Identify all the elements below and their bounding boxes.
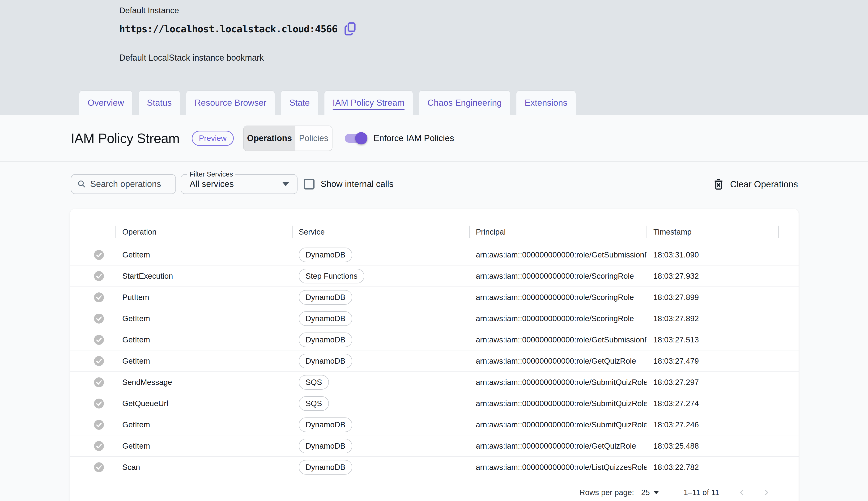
service-cell: DynamoDB [292,247,469,262]
column-checkbox-spacer [70,209,115,244]
tab-overview[interactable]: Overview [79,90,132,115]
instance-url: https://localhost.localstack.cloud:4566 [119,23,337,35]
service-chip: DynamoDB [299,290,352,305]
table-row: SendMessage SQS arn:aws:iam::00000000000… [70,372,798,393]
principal-cell: arn:aws:iam::000000000000:role/ScoringRo… [469,271,647,280]
service-chip: DynamoDB [299,247,352,262]
service-chip: DynamoDB [299,354,352,369]
timestamp-cell: 18:03:27.479 [647,356,778,365]
operation-cell: GetItem [115,356,292,365]
check-circle-icon [94,292,104,302]
service-filter-value: All services [190,179,234,189]
service-chip: SQS [299,375,329,390]
service-filter-label: Filter Services [187,170,236,178]
instance-name: Default Instance [119,6,868,15]
next-page-button[interactable] [762,488,772,498]
operation-cell: GetItem [115,420,292,429]
service-cell: Step Functions [292,269,469,284]
column-principal: Principal [469,209,647,244]
timestamp-cell: 18:03:27.892 [647,314,778,323]
iam-policy-stream-panel: IAM Policy Stream Preview Operations Pol… [0,115,868,501]
status-cell [70,398,115,409]
principal-cell: arn:aws:iam::000000000000:role/SubmitQui… [469,378,647,387]
tab-extensions[interactable]: Extensions [516,90,576,115]
tab-resource-browser[interactable]: Resource Browser [186,90,275,115]
show-internal-calls-checkbox[interactable] [304,179,314,190]
tab-iam-policy-stream[interactable]: IAM Policy Stream [324,90,413,115]
tab-state[interactable]: State [281,90,318,115]
clear-operations-button[interactable]: Clear Operations [713,176,798,193]
check-circle-icon [94,271,104,281]
operation-cell: GetItem [115,250,292,259]
timestamp-cell: 18:03:27.246 [647,420,778,429]
enforce-iam-policies-switch[interactable] [345,134,366,143]
status-cell [70,292,115,302]
service-chip: DynamoDB [299,417,352,432]
instance-description: Default LocalStack instance bookmark [119,53,868,63]
tab-chaos-engineering[interactable]: Chaos Engineering [419,90,510,115]
rows-per-page-value: 25 [641,488,650,497]
status-cell [70,313,115,324]
table-row: GetItem DynamoDB arn:aws:iam::0000000000… [70,414,798,435]
timestamp-cell: 18:03:25.488 [647,441,778,450]
check-circle-icon [94,377,104,387]
page-title-row: IAM Policy Stream Preview Operations Pol… [0,115,868,162]
copy-url-button[interactable] [344,22,357,36]
service-chip: DynamoDB [299,332,352,347]
previous-page-button[interactable] [737,488,747,498]
copy-icon [344,22,357,36]
service-chip: DynamoDB [299,439,352,453]
check-circle-icon [94,441,104,451]
check-circle-icon [94,398,104,409]
table-body: GetItem DynamoDB arn:aws:iam::0000000000… [70,244,798,478]
service-cell: DynamoDB [292,332,469,347]
operation-cell: GetItem [115,441,292,450]
principal-cell: arn:aws:iam::000000000000:role/ListQuizz… [469,463,647,472]
service-chip: Step Functions [299,269,364,284]
service-cell: SQS [292,396,469,411]
principal-cell: arn:aws:iam::000000000000:role/ScoringRo… [469,293,647,302]
service-cell: DynamoDB [292,460,469,475]
operation-cell: SendMessage [115,378,292,387]
tab-status[interactable]: Status [139,90,180,115]
check-circle-icon [94,313,104,324]
segment-operations[interactable]: Operations [244,126,295,151]
service-chip: DynamoDB [299,311,352,326]
principal-cell: arn:aws:iam::000000000000:role/GetSubmis… [469,335,647,344]
timestamp-cell: 18:03:27.513 [647,335,778,344]
table-row: GetItem DynamoDB arn:aws:iam::0000000000… [70,435,798,457]
chevron-right-icon [762,488,772,498]
operation-cell: GetItem [115,314,292,323]
enforce-iam-policies-label: Enforce IAM Policies [374,133,454,143]
chevron-left-icon [737,488,747,498]
show-internal-calls-label: Show internal calls [321,179,394,189]
rows-per-page-label: Rows per page: [579,488,634,497]
service-cell: DynamoDB [292,417,469,432]
table-row: Scan DynamoDB arn:aws:iam::000000000000:… [70,457,798,478]
timestamp-cell: 18:03:31.090 [647,250,778,259]
clear-operations-label: Clear Operations [730,179,798,190]
service-cell: SQS [292,375,469,390]
status-cell [70,462,115,472]
column-end-spacer [778,209,798,244]
column-timestamp: Timestamp [647,209,778,244]
check-circle-icon [94,334,104,345]
timestamp-cell: 18:03:27.899 [647,293,778,302]
operation-cell: GetQueueUrl [115,399,292,408]
service-cell: DynamoDB [292,290,469,305]
status-cell [70,441,115,451]
operation-cell: StartExecution [115,271,292,280]
rows-per-page-select[interactable]: 25 [641,488,659,497]
operation-cell: GetItem [115,335,292,344]
table-row: GetItem DynamoDB arn:aws:iam::0000000000… [70,244,798,266]
table-row: StartExecution Step Functions arn:aws:ia… [70,266,798,287]
principal-cell: arn:aws:iam::000000000000:role/SubmitQui… [469,399,647,408]
search-input[interactable] [90,179,176,189]
timestamp-cell: 18:03:27.932 [647,271,778,280]
service-cell: DynamoDB [292,354,469,369]
principal-cell: arn:aws:iam::000000000000:role/SubmitQui… [469,420,647,429]
service-filter-select[interactable]: Filter Services All services [181,174,297,194]
operation-cell: Scan [115,463,292,472]
segment-policies[interactable]: Policies [295,126,332,151]
status-cell [70,271,115,281]
